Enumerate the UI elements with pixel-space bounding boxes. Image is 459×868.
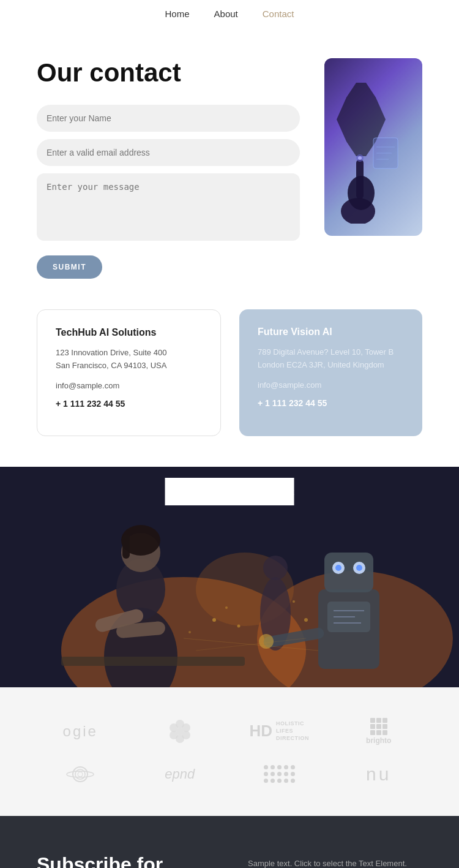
contact-form-area: Our contact SUBMIT bbox=[37, 58, 300, 279]
message-input[interactable] bbox=[37, 173, 300, 241]
svg-point-38 bbox=[188, 631, 191, 633]
svg-point-14 bbox=[263, 556, 288, 580]
address-card-1-name: TechHub AI Solutions bbox=[56, 327, 202, 338]
nav-home[interactable]: Home bbox=[165, 9, 190, 19]
address-card-1-email: info@sample.com bbox=[56, 380, 202, 393]
logo-nu: nu bbox=[366, 764, 391, 785]
contact-section: Our contact SUBMIT bbox=[0, 28, 459, 309]
logo-ogie: ogie bbox=[63, 723, 98, 740]
logo-hd: HD HOLISTICLIFESDIRECTION bbox=[249, 720, 309, 742]
main-nav: Home About Contact bbox=[0, 0, 459, 28]
address-card-1-address: 123 Innovation Drive, Suite 400 San Fran… bbox=[56, 347, 202, 372]
subscribe-title: Subscribe for latest updates & insights bbox=[37, 853, 211, 868]
hero-nav-contact[interactable]: Contact bbox=[263, 486, 294, 497]
logo-brighto-grid bbox=[370, 718, 387, 735]
address-card-2: Future Vision AI 789 Digital Avenue? Lev… bbox=[239, 309, 422, 436]
logo-brighto-name: brighto bbox=[366, 736, 391, 745]
svg-point-4 bbox=[358, 156, 362, 160]
address-card-1-phone: + 1 111 232 44 55 bbox=[56, 397, 202, 410]
contact-title: Our contact bbox=[37, 58, 300, 88]
svg-point-37 bbox=[237, 624, 241, 627]
subscribe-right: Sample text. Click to select the Text El… bbox=[248, 853, 422, 868]
address-card-2-phone: + 1 111 232 44 55 bbox=[258, 396, 404, 410]
hero-nav: Home About Contact bbox=[165, 478, 294, 505]
svg-point-36 bbox=[225, 606, 228, 609]
email-input[interactable] bbox=[37, 139, 300, 166]
logo-brighto: brighto bbox=[366, 718, 391, 745]
logo-dots bbox=[264, 765, 295, 783]
logo-hd-subtitle: HOLISTICLIFESDIRECTION bbox=[276, 720, 309, 742]
hero-nav-home[interactable]: Home bbox=[165, 486, 190, 497]
address-card-1: TechHub AI Solutions 123 Innovation Driv… bbox=[37, 309, 221, 436]
logo-saturn-icon bbox=[66, 763, 94, 785]
logo-epnd-text: epnd bbox=[165, 766, 195, 782]
logo-flower-icon bbox=[166, 718, 193, 745]
svg-point-52 bbox=[78, 772, 83, 777]
subscribe-left: Subscribe for latest updates & insights … bbox=[37, 853, 211, 868]
logo-ogie-text: ogie bbox=[63, 723, 98, 740]
svg-rect-2 bbox=[356, 159, 364, 199]
svg-point-31 bbox=[335, 565, 341, 571]
svg-point-39 bbox=[293, 600, 295, 603]
logo-hd-letters: HD bbox=[249, 722, 272, 741]
svg-rect-22 bbox=[61, 657, 245, 666]
hand-illustration bbox=[330, 113, 404, 224]
svg-rect-28 bbox=[324, 553, 373, 592]
address-card-2-name: Future Vision AI bbox=[258, 326, 404, 338]
logo-nu-text: nu bbox=[366, 764, 391, 785]
hero-nav-about[interactable]: About bbox=[214, 486, 238, 497]
hero-banner: Home About Contact bbox=[0, 467, 459, 687]
logo-saturn bbox=[66, 763, 94, 785]
submit-button[interactable]: SUBMIT bbox=[37, 255, 102, 279]
logo-hd-container: HD HOLISTICLIFESDIRECTION bbox=[249, 720, 309, 742]
logo-flower bbox=[166, 718, 193, 745]
nav-about[interactable]: About bbox=[214, 9, 238, 19]
svg-point-40 bbox=[304, 618, 308, 622]
nav-contact[interactable]: Contact bbox=[263, 9, 294, 19]
address-card-2-email: info@sample.com bbox=[258, 379, 404, 392]
svg-point-49 bbox=[176, 728, 184, 735]
contact-hero-image bbox=[324, 58, 422, 236]
subscribe-section: Subscribe for latest updates & insights … bbox=[0, 816, 459, 868]
logos-section: ogie HD HOLISTICLIFESDIRECTION brighto bbox=[0, 687, 459, 816]
logo-brighto-container: brighto bbox=[366, 718, 391, 745]
name-input[interactable] bbox=[37, 105, 300, 132]
logo-dots-grid bbox=[264, 765, 295, 783]
address-card-2-address: 789 Digital Avenue? Level 10, Tower B Lo… bbox=[258, 346, 404, 372]
svg-rect-19 bbox=[122, 534, 130, 559]
subscribe-sample-text: Sample text. Click to select the Text El… bbox=[248, 859, 422, 868]
svg-point-35 bbox=[212, 618, 216, 622]
contact-image-area bbox=[324, 58, 422, 236]
address-section: TechHub AI Solutions 123 Innovation Driv… bbox=[0, 309, 459, 467]
logo-epnd: epnd bbox=[165, 766, 195, 782]
svg-point-32 bbox=[356, 565, 362, 571]
